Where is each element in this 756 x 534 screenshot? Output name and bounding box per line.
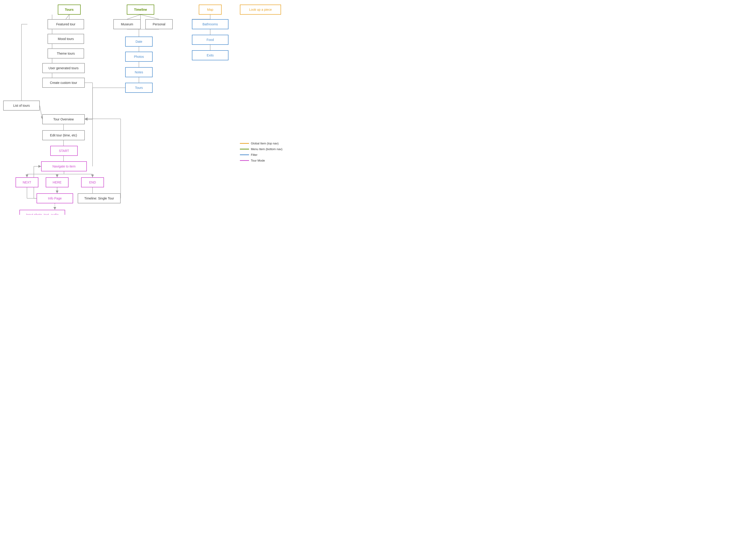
timeline-node: Timeline [127, 5, 154, 14]
next-label: NEXT [23, 180, 31, 184]
legend-item-global: Global Item (top nav) [240, 142, 283, 145]
museum-node: Museum [113, 19, 141, 29]
svg-marker-33 [53, 207, 56, 210]
timeline-single-label: Timeline: Single Tour [84, 197, 114, 200]
legend-line-green [240, 149, 249, 149]
svg-line-11 [40, 106, 42, 119]
look-up-node: Look up a piece [240, 5, 281, 14]
end-node: END [81, 177, 104, 187]
edit-tour-node: Edit tour (time, etc) [42, 130, 85, 140]
notes-node: Notes [125, 67, 153, 77]
here-label: HERE [53, 180, 62, 184]
here-node: HERE [46, 177, 68, 187]
legend-item-menu: Menu Item (bottom nav) [240, 147, 283, 151]
svg-marker-26 [56, 174, 59, 177]
input-photo-label: Input photo, text, audio [26, 213, 59, 215]
tour-overview-label: Tour Overview [53, 118, 73, 121]
navigate-to-item-node: Navigate to item [41, 161, 87, 172]
svg-marker-25 [26, 174, 28, 177]
legend-label-menu: Menu Item (bottom nav) [251, 147, 283, 151]
svg-line-46 [127, 14, 141, 19]
create-custom-node: Create custom tour [42, 78, 85, 88]
legend-label-tour-mode: Tour Mode [251, 159, 265, 162]
date-label: Date [135, 40, 142, 44]
user-generated-label: User generated tours [48, 66, 79, 70]
theme-tours-label: Theme tours [57, 52, 75, 56]
map-label: Map [207, 8, 213, 12]
user-generated-node: User generated tours [42, 63, 85, 73]
theme-tours-node: Theme tours [47, 48, 84, 59]
svg-marker-39 [39, 165, 41, 168]
start-label: START [59, 149, 69, 153]
svg-marker-31 [56, 191, 59, 193]
bathrooms-label: Bathrooms [202, 22, 218, 26]
connectors-svg [0, 0, 302, 215]
mood-tours-label: Mood tours [58, 37, 74, 41]
input-photo-node: Input photo, text, audio [19, 210, 65, 215]
legend-line-blue [240, 154, 249, 155]
notes-label: Notes [135, 70, 143, 74]
end-label: END [89, 180, 96, 184]
featured-tour-label: Featured tour [56, 22, 75, 26]
legend-item-tour-mode: Tour Mode [240, 159, 283, 162]
svg-marker-43 [85, 118, 88, 120]
svg-marker-16 [85, 118, 88, 120]
map-node: Map [199, 5, 222, 14]
tours-node: Tours [58, 5, 81, 14]
start-node: START [50, 146, 78, 156]
info-page-label: Info Page [48, 197, 62, 200]
list-of-tours-node: List of tours [3, 100, 40, 111]
featured-tour-node: Featured tour [47, 19, 84, 29]
next-node: NEXT [15, 177, 39, 187]
tours-label: Tours [65, 8, 73, 12]
museum-label: Museum [121, 22, 133, 26]
info-page-node: Info Page [37, 193, 73, 203]
food-node: Food [192, 35, 229, 45]
photos-label: Photos [134, 55, 144, 59]
legend: Global Item (top nav) Menu Item (bottom … [240, 142, 283, 165]
exits-label: Exits [207, 53, 214, 57]
timeline-single-node: Timeline: Single Tour [78, 193, 121, 203]
list-of-tours-label: List of tours [13, 104, 30, 108]
tour-overview-node: Tour Overview [42, 114, 85, 124]
svg-marker-27 [91, 174, 94, 177]
photos-node: Photos [125, 52, 153, 62]
tours-timeline-node: Tours [125, 83, 153, 93]
food-label: Food [206, 38, 214, 42]
date-node: Date [125, 37, 153, 47]
legend-line-orange [240, 143, 249, 144]
svg-line-0 [66, 14, 69, 19]
bathrooms-node: Bathrooms [192, 19, 229, 29]
legend-line-magenta [240, 160, 249, 161]
personal-node: Personal [145, 19, 173, 29]
legend-label-global: Global Item (top nav) [251, 142, 279, 145]
personal-label: Personal [153, 22, 165, 26]
edit-tour-label: Edit tour (time, etc) [50, 133, 77, 137]
legend-label-filter: Filter [251, 153, 257, 156]
mood-tours-node: Mood tours [47, 34, 84, 44]
look-up-label: Look up a piece [249, 8, 272, 12]
create-custom-label: Create custom tour [50, 81, 77, 85]
exits-node: Exits [192, 50, 229, 60]
timeline-label: Timeline [134, 8, 147, 12]
legend-item-filter: Filter [240, 153, 283, 156]
navigate-to-item-label: Navigate to item [52, 165, 75, 169]
diagram-container: Tours Featured tour Mood tours Theme tou… [0, 0, 302, 215]
svg-line-47 [141, 14, 159, 19]
tours-timeline-label: Tours [135, 86, 143, 90]
